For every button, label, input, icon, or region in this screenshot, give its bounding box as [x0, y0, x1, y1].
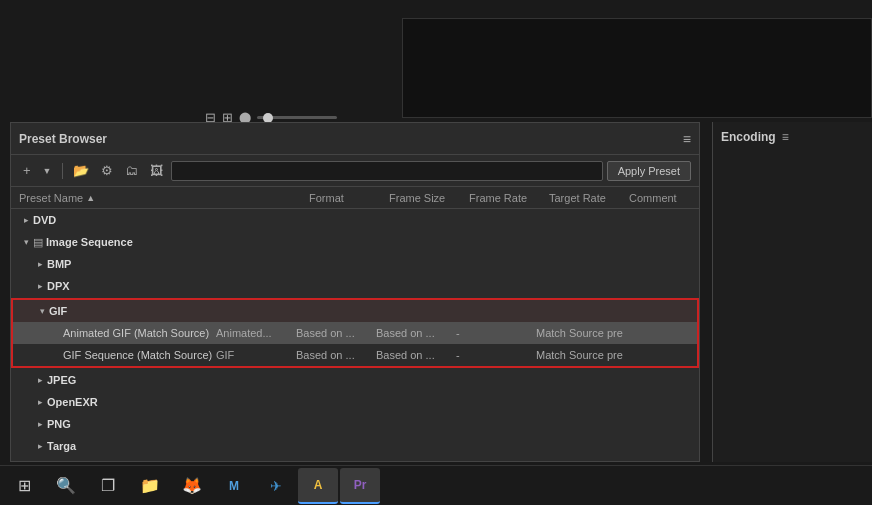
- search-button[interactable]: 🔍: [46, 468, 86, 504]
- start-button[interactable]: ⊞: [4, 468, 44, 504]
- col-header-name[interactable]: Preset Name ▲: [19, 192, 309, 204]
- maya-button[interactable]: M: [214, 468, 254, 504]
- telegram-button[interactable]: ✈: [256, 468, 296, 504]
- import-button[interactable]: 📂: [69, 161, 93, 180]
- encoding-menu-icon[interactable]: ≡: [782, 130, 789, 144]
- start-icon: ⊞: [18, 476, 31, 495]
- encoding-panel: Encoding ≡: [712, 122, 872, 462]
- explorer-icon: 📁: [140, 476, 160, 495]
- row-targetrate: -: [456, 349, 536, 361]
- expand-arrow: ▾: [19, 237, 33, 247]
- add-preset-button[interactable]: +: [19, 161, 35, 180]
- row-framesize: Based on ...: [296, 349, 376, 361]
- image-sequence-icon: ▤: [33, 236, 43, 249]
- tree-row[interactable]: ▸ OpenEXR: [11, 391, 699, 413]
- task-view-icon: ❐: [101, 476, 115, 495]
- adobe-button[interactable]: A: [298, 468, 338, 504]
- task-view-button[interactable]: ❐: [88, 468, 128, 504]
- row-name: PNG: [47, 418, 209, 430]
- row-comment: Match Source pre: [536, 327, 689, 339]
- row-name: Animated GIF (Match Source): [63, 327, 216, 339]
- search-icon: 🔍: [56, 476, 76, 495]
- panel-title: Preset Browser: [19, 132, 677, 146]
- maya-icon: M: [229, 479, 239, 493]
- premiere-icon: Pr: [354, 478, 367, 492]
- expand-arrow: ▾: [35, 306, 49, 316]
- firefox-icon: 🦊: [182, 476, 202, 495]
- panel-menu-icon[interactable]: ≡: [683, 131, 691, 147]
- tree-row[interactable]: GIF Sequence (Match Source) GIF Based on…: [13, 344, 697, 366]
- settings-button[interactable]: ⚙: [97, 161, 117, 180]
- tree-row[interactable]: ▸ Targa: [11, 435, 699, 457]
- row-name: JPEG: [47, 374, 209, 386]
- row-comment: Match Source pre: [536, 349, 689, 361]
- row-name: BMP: [47, 258, 209, 270]
- explorer-button[interactable]: 📁: [130, 468, 170, 504]
- expand-arrow: ▸: [33, 259, 47, 269]
- preview-box: [402, 18, 872, 118]
- encoding-label: Encoding: [721, 130, 776, 144]
- image-button[interactable]: 🖼: [146, 161, 167, 180]
- row-framerate: Based on ...: [376, 349, 456, 361]
- column-headers: Preset Name ▲ Format Frame Size Frame Ra…: [11, 187, 699, 209]
- premiere-button[interactable]: Pr: [340, 468, 380, 504]
- row-name: Targa: [47, 440, 209, 452]
- col-header-comment: Comment: [629, 192, 691, 204]
- apply-preset-button[interactable]: Apply Preset: [607, 161, 691, 181]
- firefox-button[interactable]: 🦊: [172, 468, 212, 504]
- panel-header: Preset Browser ≡: [11, 123, 699, 155]
- row-targetrate: -: [456, 327, 536, 339]
- row-name: DPX: [47, 280, 209, 292]
- preset-tree-list: ▸ DVD ▾ ▤ Image Sequence ▸ BMP ▸ DPX: [11, 209, 699, 461]
- row-framerate: Based on ...: [376, 327, 456, 339]
- row-name: DVD: [33, 214, 202, 226]
- expand-arrow: ▸: [33, 281, 47, 291]
- telegram-icon: ✈: [270, 478, 282, 494]
- expand-arrow: ▸: [33, 441, 47, 451]
- row-format: GIF: [216, 349, 296, 361]
- expand-arrow: ▸: [33, 375, 47, 385]
- preview-area: [0, 0, 872, 122]
- row-format: Animated...: [216, 327, 296, 339]
- tree-row[interactable]: ▸ PNG: [11, 413, 699, 435]
- expand-arrow: ▸: [33, 397, 47, 407]
- row-name: Image Sequence: [46, 236, 209, 248]
- row-framesize: Based on ...: [296, 327, 376, 339]
- col-header-targetrate: Target Rate: [549, 192, 629, 204]
- taskbar: ⊞ 🔍 ❐ 📁 🦊 M ✈ A Pr: [0, 465, 872, 505]
- add-dropdown-button[interactable]: ▼: [39, 164, 56, 178]
- toolbar-sep-1: [62, 163, 63, 179]
- tree-row[interactable]: Animated GIF (Match Source) Animated... …: [13, 322, 697, 344]
- expand-arrow: ▸: [19, 215, 33, 225]
- adobe-icon: A: [314, 478, 323, 492]
- col-header-format: Format: [309, 192, 389, 204]
- tree-row[interactable]: ▾ ▤ Image Sequence: [11, 231, 699, 253]
- tree-row[interactable]: ▸ DPX: [11, 275, 699, 297]
- tree-row[interactable]: ▸ TIFF: [11, 457, 699, 461]
- preset-browser-panel: Preset Browser ≡ + ▼ 📂 ⚙ 🗂 🖼 Apply Prese…: [10, 122, 700, 462]
- search-input[interactable]: [171, 161, 603, 181]
- expand-arrow: ▸: [33, 419, 47, 429]
- row-name: GIF: [49, 305, 209, 317]
- folder-button[interactable]: 🗂: [121, 161, 142, 180]
- tree-row[interactable]: ▸ JPEG: [11, 369, 699, 391]
- toolbar: + ▼ 📂 ⚙ 🗂 🖼 Apply Preset: [11, 155, 699, 187]
- row-name: GIF Sequence (Match Source): [63, 349, 216, 361]
- zoom-slider[interactable]: [257, 116, 337, 119]
- row-name: OpenEXR: [47, 396, 209, 408]
- tree-row[interactable]: ▾ GIF: [13, 300, 697, 322]
- sort-arrow-name: ▲: [86, 193, 95, 203]
- tree-row[interactable]: ▸ BMP: [11, 253, 699, 275]
- encoding-header: Encoding ≡: [721, 130, 864, 144]
- tree-row[interactable]: ▸ DVD: [11, 209, 699, 231]
- col-header-framesize: Frame Size: [389, 192, 469, 204]
- col-header-framerate: Frame Rate: [469, 192, 549, 204]
